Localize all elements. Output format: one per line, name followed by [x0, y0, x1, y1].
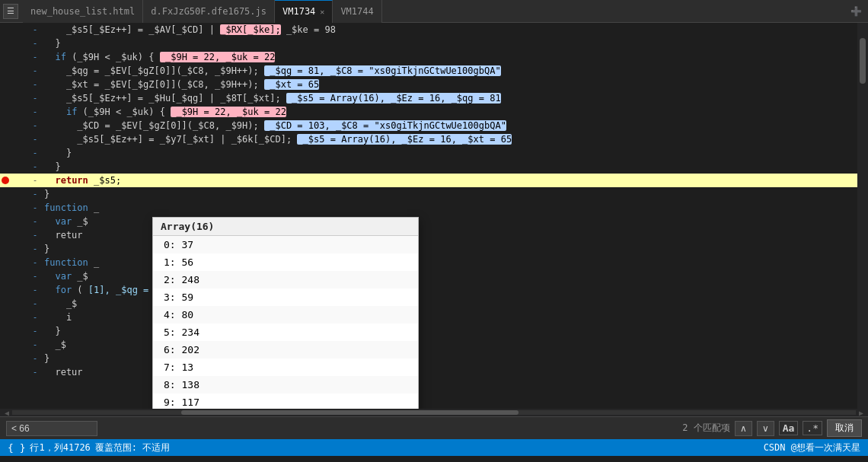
- array-value: 80: [181, 309, 193, 320]
- line-marker: -: [29, 311, 41, 324]
- code-line: - }: [0, 37, 857, 50]
- line-content: }: [41, 37, 857, 50]
- line-gutter: [0, 338, 29, 352]
- array-popup-row: 7: 13: [153, 358, 418, 376]
- search-next-button[interactable]: ∨: [757, 421, 774, 436]
- code-line: - _$xt = _$EV[_$gZ[0]](_$C8, _$9H++); _$…: [0, 78, 857, 91]
- line-marker: -: [29, 283, 41, 297]
- code-line: - for ( [1], _$qg = _$uk.length, _$xt;: [0, 283, 857, 297]
- line-gutter: [0, 242, 29, 256]
- line-gutter: [0, 160, 29, 174]
- line-content: }: [41, 146, 857, 160]
- tab-close-btn[interactable]: ☰: [3, 4, 18, 19]
- line-content: }: [41, 160, 857, 174]
- tab-close-icon[interactable]: ✕: [320, 8, 324, 16]
- line-marker: -: [29, 78, 41, 91]
- scrollbar-thumb[interactable]: [860, 38, 866, 84]
- line-gutter: [0, 23, 29, 37]
- status-position: 行1，列41726: [30, 441, 90, 454]
- array-index: 0:: [164, 239, 181, 250]
- tab-add-button[interactable]: ➕: [847, 0, 865, 23]
- search-aa-toggle[interactable]: Aa: [779, 421, 799, 435]
- line-gutter: [0, 201, 29, 215]
- line-gutter: [0, 365, 29, 379]
- tab-dfxjzg50f[interactable]: d.FxJzG50F.dfe1675.js: [143, 0, 275, 23]
- array-popup-row: 6: 202: [153, 341, 418, 358]
- line-content: _$s5[_$Ez++] = _$y7[_$xt] | _$6k[_$CD]; …: [41, 132, 857, 146]
- line-marker: -: [29, 91, 41, 105]
- line-marker: -: [29, 324, 41, 338]
- line-marker: -: [29, 201, 41, 215]
- tab-label: d.FxJzG50F.dfe1675.js: [151, 6, 266, 17]
- tab-vm1744[interactable]: VM1744: [333, 0, 381, 23]
- line-marker: -: [29, 228, 41, 242]
- array-value: 202: [181, 344, 199, 355]
- line-gutter: [0, 50, 29, 64]
- array-value: 13: [181, 362, 193, 373]
- array-popup: Array(16) 0: 37 1: 56 2: 248 3: 59 4: 80…: [152, 217, 419, 409]
- search-match-info: 2 个匹配项: [682, 422, 729, 435]
- line-gutter: [0, 91, 29, 105]
- vertical-scrollbar[interactable]: [857, 23, 868, 409]
- code-area[interactable]: - _$s5[_$Ez++] = _$AV[_$CD] | _$RX[_$ke]…: [0, 23, 857, 409]
- line-marker: -: [29, 297, 41, 311]
- code-lines: - _$s5[_$Ez++] = _$AV[_$CD] | _$RX[_$ke]…: [0, 23, 857, 379]
- code-line: - }: [0, 160, 857, 174]
- search-cancel-button[interactable]: 取消: [827, 419, 862, 437]
- line-gutter: [0, 215, 29, 228]
- line-marker: -: [29, 105, 41, 119]
- array-popup-row: 9: 117: [153, 393, 418, 409]
- array-index: 2:: [164, 274, 181, 285]
- editor-main: - _$s5[_$Ez++] = _$AV[_$CD] | _$RX[_$ke]…: [0, 23, 868, 409]
- status-left: { } 行1，列41726 覆盖范围: 不适用: [8, 441, 170, 454]
- tab-vm1734[interactable]: VM1734 ✕: [275, 0, 333, 23]
- search-regex-toggle[interactable]: .*: [803, 421, 822, 435]
- array-value: 138: [181, 379, 199, 390]
- code-line: - }: [0, 352, 857, 365]
- scroll-thumb-area[interactable]: [12, 410, 856, 415]
- line-marker: -: [29, 338, 41, 352]
- search-input[interactable]: [6, 421, 97, 436]
- array-index: 8:: [164, 379, 181, 390]
- code-line: - _$: [0, 338, 857, 352]
- array-value: 56: [181, 256, 193, 268]
- code-line: - var _$: [0, 269, 857, 283]
- line-marker: -: [29, 146, 41, 160]
- code-line: - }: [0, 146, 857, 160]
- line-marker: -: [29, 365, 41, 379]
- code-line-return: - return _$s5;: [0, 174, 857, 187]
- array-popup-scroll[interactable]: 0: 37 1: 56 2: 248 3: 59 4: 80 5: 234 6:…: [153, 236, 418, 409]
- array-index: 7:: [164, 362, 181, 373]
- tab-label: VM1734: [282, 6, 315, 17]
- line-content: if (_$9H < _$uk) { _$9H = 22, _$uk = 22: [41, 50, 857, 64]
- search-bar: 2 个匹配项 ∧ ∨ Aa .* 取消: [0, 416, 868, 439]
- line-gutter: [0, 119, 29, 132]
- line-gutter: [0, 283, 29, 297]
- line-marker: -: [29, 352, 41, 365]
- line-gutter: [0, 324, 29, 338]
- line-marker: -: [29, 119, 41, 132]
- line-gutter: [0, 132, 29, 146]
- line-marker: -: [29, 242, 41, 256]
- array-index: 5:: [164, 327, 181, 338]
- search-prev-button[interactable]: ∧: [735, 421, 752, 436]
- array-popup-title: Array(16): [153, 218, 418, 236]
- line-gutter: [0, 311, 29, 324]
- line-gutter: [0, 64, 29, 78]
- line-marker: -: [29, 160, 41, 174]
- scroll-left-arrow[interactable]: ◀: [2, 409, 12, 417]
- tab-label: new_house_list.html: [30, 6, 135, 17]
- array-index: 3:: [164, 292, 181, 303]
- code-line: - _$s5[_$Ez++] = _$Hu[_$qg] | _$8T[_$xt]…: [0, 91, 857, 105]
- scroll-right-arrow[interactable]: ▶: [856, 409, 866, 417]
- horizontal-scrollbar[interactable]: ◀ ▶: [0, 409, 868, 416]
- code-line: - retur: [0, 365, 857, 379]
- line-marker: -: [29, 132, 41, 146]
- status-coverage: 覆盖范围: 不适用: [95, 441, 170, 454]
- array-index: 9:: [164, 397, 181, 408]
- editor-container: - _$s5[_$Ez++] = _$AV[_$CD] | _$RX[_$ke]…: [0, 23, 868, 439]
- code-line: - if (_$9H < _$uk) { _$9H = 22, _$uk = 2…: [0, 50, 857, 64]
- array-value: 37: [181, 239, 193, 250]
- code-line: - _$s5[_$Ez++] = _$AV[_$CD] | _$RX[_$ke]…: [0, 23, 857, 37]
- tab-new-house-list[interactable]: new_house_list.html: [23, 0, 143, 23]
